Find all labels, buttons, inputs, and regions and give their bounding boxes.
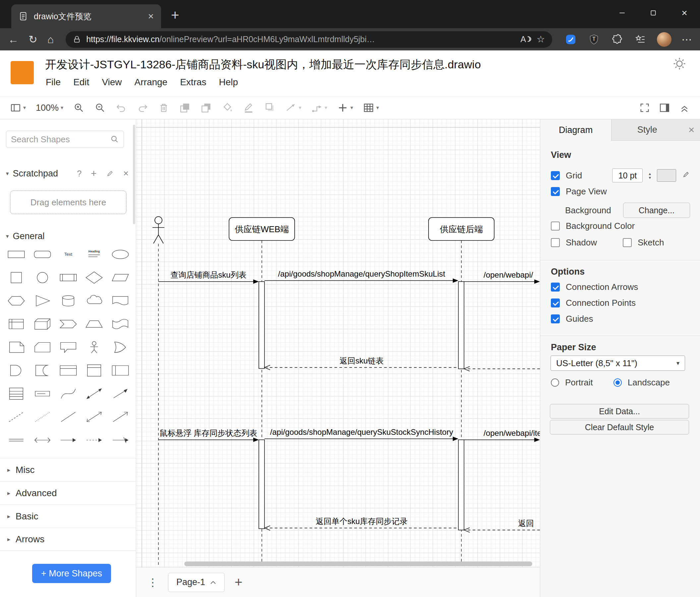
shape-cylinder[interactable]: [57, 293, 80, 308]
sidebar-section-misc[interactable]: ▸Misc: [0, 458, 136, 481]
shape-bidirectional-arrow[interactable]: [82, 386, 106, 401]
menu-help[interactable]: Help: [219, 77, 238, 88]
shape-dashed-line[interactable]: [5, 409, 28, 425]
maximize-button[interactable]: [638, 0, 669, 26]
shape-link[interactable]: [5, 432, 28, 448]
shape-circle[interactable]: [31, 270, 54, 285]
sketch-checkbox[interactable]: [623, 238, 632, 247]
shape-data-storage[interactable]: [31, 363, 54, 378]
shape-container[interactable]: [57, 363, 80, 378]
tab-diagram[interactable]: Diagram: [540, 119, 611, 141]
shape-parallelogram[interactable]: [109, 270, 132, 285]
shape-triangle[interactable]: [31, 293, 54, 308]
shape-document[interactable]: [109, 293, 132, 308]
menu-file[interactable]: File: [46, 77, 61, 88]
tab-style[interactable]: Style: [611, 119, 683, 140]
shape-actor[interactable]: [82, 340, 106, 355]
shape-bidirectional-connector[interactable]: [82, 409, 106, 425]
scratchpad-dropzone[interactable]: Drag elements here: [10, 190, 127, 214]
zoom-out-button[interactable]: [95, 102, 106, 114]
activation-bar[interactable]: [458, 440, 464, 530]
shape-list-item[interactable]: [31, 386, 54, 401]
view-panels-button[interactable]: ▾: [10, 102, 26, 114]
shape-curve[interactable]: [57, 386, 80, 401]
theme-toggle-icon[interactable]: [673, 57, 686, 72]
shape-hexagon[interactable]: [5, 293, 28, 308]
scratchpad-add-icon[interactable]: +: [91, 168, 97, 179]
shape-text[interactable]: Text: [57, 247, 80, 262]
shape-cube[interactable]: [31, 316, 54, 332]
shape-square[interactable]: [5, 270, 28, 285]
menu-edit[interactable]: Edit: [73, 77, 89, 88]
delete-button[interactable]: [158, 102, 169, 114]
shape-dashed-arrow-edge[interactable]: [82, 432, 106, 448]
shape-directional-connector[interactable]: [109, 409, 132, 425]
connection-arrows-checkbox[interactable]: [551, 283, 560, 291]
table-button[interactable]: ▾: [363, 102, 379, 114]
grid-size-stepper[interactable]: ▴▾: [649, 172, 651, 180]
shape-cloud[interactable]: [82, 293, 106, 308]
shield-extension-icon[interactable]: T: [587, 33, 601, 46]
sidebar-section-arrows[interactable]: ▸Arrows: [0, 528, 136, 551]
shape-cross-arrow-edge[interactable]: [109, 432, 132, 448]
shape-process[interactable]: [57, 270, 80, 285]
guides-checkbox[interactable]: [551, 314, 560, 324]
landscape-radio[interactable]: [614, 378, 622, 387]
connection-style-button[interactable]: ▾: [285, 102, 301, 114]
menu-view[interactable]: View: [102, 77, 122, 88]
edit-data-button[interactable]: Edit Data...: [550, 404, 689, 419]
menu-arrange[interactable]: Arrange: [134, 77, 168, 88]
shape-rounded-rectangle[interactable]: [31, 247, 54, 262]
shape-rectangle[interactable]: [5, 247, 28, 262]
shadow-button[interactable]: [264, 102, 275, 114]
scratchpad-help-icon[interactable]: ?: [77, 169, 81, 178]
scratchpad-header[interactable]: ▾ Scratchpad ? + ×: [6, 168, 129, 179]
shape-vertical-container[interactable]: [82, 363, 106, 378]
shape-textbox[interactable]: Heading: [82, 247, 106, 262]
grid-checkbox[interactable]: [551, 171, 560, 180]
shape-callout[interactable]: [57, 340, 80, 355]
insert-button[interactable]: ▾: [337, 102, 353, 114]
address-bar[interactable]: https://file.kkview.cn/onlinePreview?url…: [66, 31, 552, 48]
actor-figure[interactable]: [152, 217, 165, 243]
activation-bar[interactable]: [259, 282, 265, 368]
shape-line[interactable]: [57, 409, 80, 425]
format-panel-toggle-button[interactable]: [659, 102, 670, 114]
extension-blue-icon[interactable]: [564, 33, 577, 46]
shape-tape[interactable]: [109, 316, 132, 332]
shape-or[interactable]: [109, 340, 132, 355]
activation-bar[interactable]: [259, 440, 265, 529]
scratchpad-edit-icon[interactable]: [106, 169, 114, 177]
shape-double-arrow[interactable]: [31, 432, 54, 448]
pages-menu-icon[interactable]: ⋮: [148, 576, 158, 589]
close-button[interactable]: ×: [669, 0, 700, 26]
sidebar-scrollbar[interactable]: [133, 125, 135, 224]
connection-points-checkbox[interactable]: [551, 298, 560, 307]
change-background-button[interactable]: Change...: [623, 202, 690, 218]
home-icon[interactable]: ⌂: [47, 34, 54, 45]
page-view-checkbox[interactable]: [551, 187, 560, 196]
menu-extras[interactable]: Extras: [180, 77, 206, 88]
browser-menu-icon[interactable]: ⋯: [681, 34, 692, 45]
horizontal-scrollbar[interactable]: [184, 562, 532, 566]
browser-tab[interactable]: drawio文件预览 ×: [11, 4, 161, 28]
shape-list[interactable]: [5, 386, 28, 401]
shape-arrow-edge[interactable]: [57, 432, 80, 448]
profile-avatar[interactable]: [657, 32, 672, 47]
shape-horizontal-container[interactable]: [109, 363, 132, 378]
shape-search[interactable]: [6, 131, 124, 148]
shape-and[interactable]: [5, 363, 28, 378]
fill-color-button[interactable]: [222, 102, 233, 114]
activation-bar[interactable]: [458, 282, 464, 369]
redo-button[interactable]: [137, 102, 148, 114]
search-input[interactable]: [11, 134, 110, 145]
grid-color-swatch[interactable]: [657, 169, 676, 182]
favorite-star-icon[interactable]: ☆: [536, 34, 545, 45]
shape-card[interactable]: [31, 340, 54, 355]
paper-size-select[interactable]: US-Letter (8,5" x 11") ▾: [551, 356, 685, 371]
fullscreen-button[interactable]: [639, 102, 650, 114]
grid-color-edit-icon[interactable]: [682, 170, 690, 181]
portrait-radio[interactable]: [551, 378, 559, 387]
more-shapes-button[interactable]: + More Shapes: [32, 564, 111, 583]
refresh-icon[interactable]: ↻: [28, 34, 38, 45]
